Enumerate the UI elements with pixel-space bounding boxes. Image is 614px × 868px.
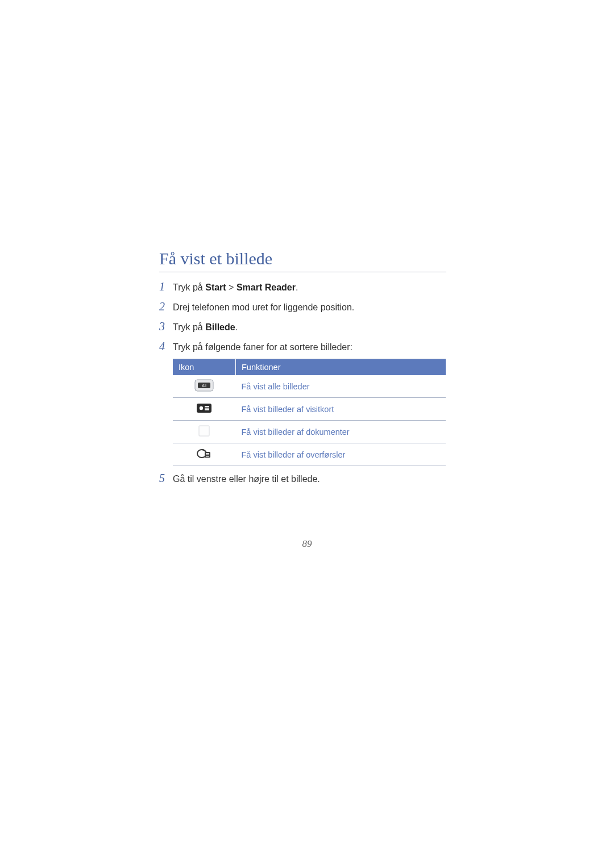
step-number: 5 bbox=[159, 471, 173, 486]
text-segment: . bbox=[235, 322, 238, 332]
section-heading: Få vist et billede bbox=[159, 249, 443, 268]
svg-rect-12 bbox=[206, 455, 209, 455]
table-row: Få vist billeder af dokumenter bbox=[173, 421, 446, 443]
svg-rect-6 bbox=[205, 408, 209, 409]
cell-function: Få vist billeder af overførsler bbox=[236, 443, 446, 466]
svg-rect-3 bbox=[197, 404, 211, 413]
heading-rule bbox=[159, 272, 446, 272]
step-text: Drej telefonen mod uret for liggende pos… bbox=[173, 301, 443, 314]
steps-list: 1 Tryk på Start > Smart Reader. 2 Drej t… bbox=[159, 279, 443, 354]
step-item: 5 Gå til venstre eller højre til et bill… bbox=[159, 471, 443, 486]
step-item: 1 Tryk på Start > Smart Reader. bbox=[159, 279, 443, 294]
step-text: Tryk på Start > Smart Reader. bbox=[173, 281, 443, 294]
step-number: 4 bbox=[159, 339, 173, 354]
cell-function: Få vist alle billeder bbox=[236, 375, 446, 398]
text-segment: . bbox=[296, 283, 298, 292]
table-row: Få vist billeder af visitkort bbox=[173, 398, 446, 421]
document-icon bbox=[194, 425, 214, 439]
text-bold: Start bbox=[205, 283, 226, 292]
step-item: 3 Tryk på Billede. bbox=[159, 319, 443, 334]
svg-rect-11 bbox=[206, 453, 209, 454]
text-segment: Tryk på bbox=[173, 322, 205, 332]
cell-function: Få vist billeder af visitkort bbox=[236, 398, 446, 421]
svg-rect-13 bbox=[206, 456, 209, 456]
step-text: Gå til venstre eller højre til et billed… bbox=[173, 473, 443, 485]
text-bold: Smart Reader bbox=[237, 283, 296, 292]
all-images-icon: All bbox=[194, 379, 214, 393]
step-number: 3 bbox=[159, 319, 173, 334]
table-row: All Få vist alle billeder bbox=[173, 375, 446, 398]
table-row: Få vist billeder af overførsler bbox=[173, 443, 446, 466]
svg-rect-7 bbox=[205, 409, 209, 410]
svg-text:All: All bbox=[202, 384, 206, 388]
business-card-icon bbox=[194, 402, 214, 416]
step-text: Tryk på følgende faner for at sortere bi… bbox=[173, 341, 443, 354]
svg-rect-5 bbox=[205, 406, 209, 407]
table-header-icon: Ikon bbox=[173, 359, 236, 375]
step-item: 4 Tryk på følgende faner for at sortere … bbox=[159, 339, 443, 354]
steps-list-continued: 5 Gå til venstre eller højre til et bill… bbox=[159, 471, 443, 486]
step-number: 1 bbox=[159, 279, 173, 294]
cell-function: Få vist billeder af dokumenter bbox=[236, 421, 446, 443]
table-header-function: Funktioner bbox=[236, 359, 446, 375]
step-item: 2 Drej telefonen mod uret for liggende p… bbox=[159, 299, 443, 314]
document-page: Få vist et billede 1 Tryk på Start > Sma… bbox=[0, 0, 614, 868]
step-number: 2 bbox=[159, 299, 173, 314]
transfer-icon bbox=[194, 447, 214, 462]
step-text: Tryk på Billede. bbox=[173, 321, 443, 334]
icon-function-table: Ikon Funktioner All bbox=[173, 359, 446, 466]
text-bold: Billede bbox=[205, 322, 235, 332]
svg-point-4 bbox=[200, 406, 203, 410]
cell-icon bbox=[173, 421, 236, 443]
text-segment: > bbox=[226, 283, 237, 292]
cell-icon: All bbox=[173, 375, 236, 398]
page-number: 89 bbox=[0, 538, 614, 550]
text-segment: Tryk på bbox=[173, 283, 205, 292]
cell-icon bbox=[173, 398, 236, 421]
svg-rect-8 bbox=[199, 426, 209, 436]
cell-icon bbox=[173, 443, 236, 466]
